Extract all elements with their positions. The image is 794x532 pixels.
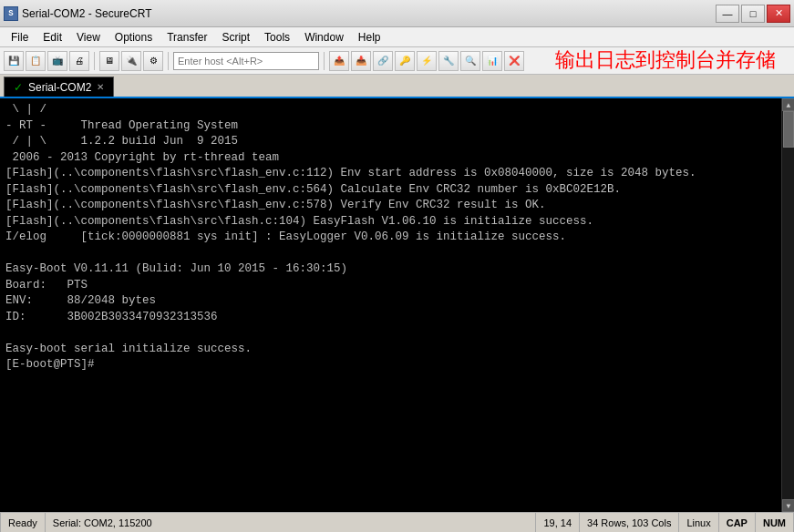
title-bar: S Serial-COM2 - SecureCRT — □ ✕ — [0, 0, 794, 27]
status-ready: Ready — [0, 513, 46, 532]
toolbar-open[interactable]: 📋 — [26, 51, 46, 71]
toolbar-btn-2[interactable]: 📥 — [351, 51, 371, 71]
toolbar-save[interactable]: 📺 — [47, 51, 67, 71]
tab-serial-com2[interactable]: ✓ Serial-COM2 ✕ — [4, 77, 114, 97]
menu-transfer[interactable]: Transfer — [160, 29, 214, 46]
menu-file[interactable]: File — [4, 29, 36, 46]
menu-edit[interactable]: Edit — [36, 29, 69, 46]
menu-window[interactable]: Window — [297, 29, 351, 46]
toolbar-settings[interactable]: ⚙ — [143, 51, 163, 71]
status-position: 19, 14 — [536, 513, 580, 532]
tab-bar: ✓ Serial-COM2 ✕ — [0, 75, 794, 98]
close-button[interactable]: ✕ — [767, 5, 790, 23]
scrollbar[interactable]: ▲ ▼ — [781, 98, 794, 512]
status-size: 34 Rows, 103 Cols — [580, 513, 679, 532]
title-buttons: — □ ✕ — [716, 5, 790, 23]
menu-help[interactable]: Help — [351, 29, 388, 46]
tab-check-icon: ✓ — [14, 81, 23, 94]
menu-tools[interactable]: Tools — [257, 29, 297, 46]
toolbar-btn-7[interactable]: 🔍 — [460, 51, 480, 71]
toolbar-sep-1 — [94, 52, 95, 70]
scroll-down-button[interactable]: ▼ — [782, 499, 794, 512]
toolbar-btn-8[interactable]: 📊 — [482, 51, 502, 71]
status-cap: CAP — [719, 513, 756, 532]
minimize-button[interactable]: — — [716, 5, 739, 23]
status-connection: Serial: COM2, 115200 — [46, 513, 537, 532]
terminal-content[interactable]: \ | / - RT - Thread Operating System / |… — [0, 98, 781, 512]
toolbar-sep-2 — [168, 52, 169, 70]
menu-script[interactable]: Script — [214, 29, 257, 46]
scroll-up-button[interactable]: ▲ — [782, 98, 794, 111]
terminal-container[interactable]: \ | / - RT - Thread Operating System / |… — [0, 98, 794, 512]
status-bar: Ready Serial: COM2, 115200 19, 14 34 Row… — [0, 512, 794, 532]
title-left: S Serial-COM2 - SecureCRT — [4, 6, 151, 21]
toolbar-btn-9[interactable]: ❌ — [504, 51, 524, 71]
app-icon: S — [4, 6, 18, 21]
toolbar-print[interactable]: 🖨 — [69, 51, 89, 71]
menu-options[interactable]: Options — [108, 29, 160, 46]
toolbar-new[interactable]: 💾 — [4, 51, 24, 71]
status-os: Linux — [679, 513, 718, 532]
tab-close-button[interactable]: ✕ — [97, 82, 104, 92]
menu-bar: File Edit View Options Transfer Script T… — [0, 27, 794, 47]
scrollbar-thumb[interactable] — [783, 111, 794, 148]
toolbar-btn-5[interactable]: ⚡ — [417, 51, 437, 71]
toolbar-disconnect[interactable]: 🔌 — [121, 51, 141, 71]
title-text: Serial-COM2 - SecureCRT — [22, 7, 151, 20]
status-num: NUM — [756, 513, 794, 532]
toolbar-btn-3[interactable]: 🔗 — [373, 51, 393, 71]
menu-view[interactable]: View — [69, 29, 108, 46]
toolbar-btn-4[interactable]: 🔑 — [395, 51, 415, 71]
toolbar: 💾 📋 📺 🖨 🖥 🔌 ⚙ 📤 📥 🔗 🔑 ⚡ 🔧 🔍 📊 ❌ — [0, 47, 794, 75]
maximize-button[interactable]: □ — [741, 5, 765, 23]
toolbar-sep-3 — [324, 52, 325, 70]
toolbar-btn-6[interactable]: 🔧 — [438, 51, 459, 71]
toolbar-btn-1[interactable]: 📤 — [329, 51, 349, 71]
toolbar-connect[interactable]: 🖥 — [99, 51, 119, 71]
tab-label: Serial-COM2 — [28, 81, 91, 94]
host-input[interactable] — [173, 52, 319, 70]
